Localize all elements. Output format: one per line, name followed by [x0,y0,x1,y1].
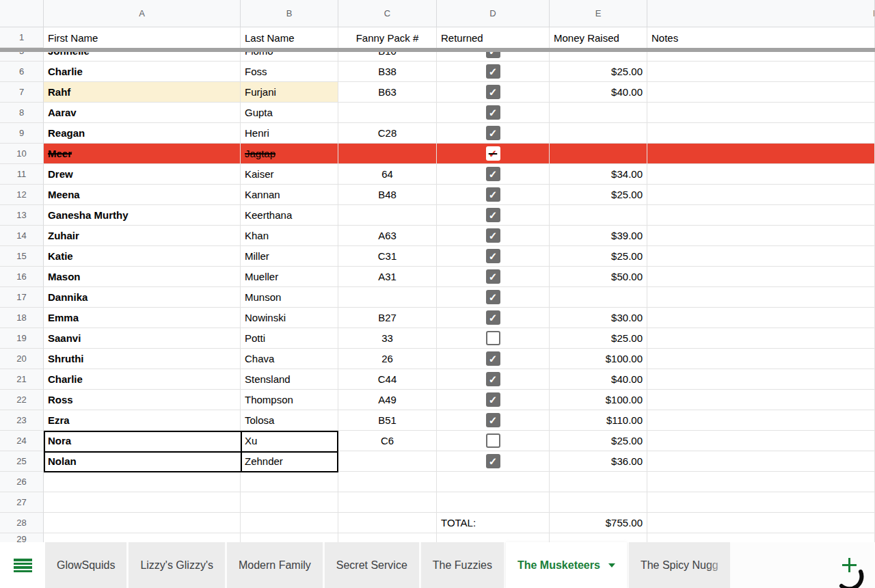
cell-notes[interactable] [647,52,875,62]
cell-last-name[interactable]: Mueller [241,267,338,287]
cell-money-raised[interactable] [550,103,647,123]
row-number[interactable]: 5 [0,52,44,62]
cell-fanny-pack[interactable]: 26 [338,349,437,369]
cell-returned[interactable]: ✓ [437,451,550,472]
cell-fanny-pack[interactable]: 33 [338,328,437,349]
cell-last-name[interactable] [241,513,338,533]
cell-first-name[interactable]: Charlie [44,369,241,390]
cell-money-raised[interactable] [550,123,647,144]
cell-notes[interactable] [647,164,875,185]
row-number[interactable]: 9 [0,123,44,144]
cell-money-raised[interactable] [550,492,647,513]
cell-notes[interactable] [647,246,875,267]
returned-checkbox[interactable]: ✓ [486,167,500,181]
cell-returned[interactable]: ✓ [437,308,550,328]
cell-notes[interactable] [647,287,875,308]
cell-first-name[interactable]: Nora [44,431,241,451]
cell-money-raised[interactable]: $25.00 [550,62,647,82]
cell-last-name[interactable]: Thompson [241,390,338,410]
cell-last-name[interactable] [241,472,338,492]
cell-money-raised[interactable]: $30.00 [550,308,647,328]
row-number[interactable]: 28 [0,513,44,533]
cell-last-name[interactable]: Flomo [241,52,338,62]
cell-first-name[interactable]: Katie [44,246,241,267]
sheet-tab[interactable]: Modern Family [227,542,323,588]
cell-money-raised[interactable]: $34.00 [550,164,647,185]
cell-b1[interactable]: Last Name [241,27,338,48]
cell-first-name[interactable]: Ezra [44,410,241,431]
row-number[interactable]: 21 [0,369,44,390]
cell-returned[interactable]: ✓ [437,267,550,287]
returned-checkbox[interactable]: ✓ [486,413,500,427]
cell-notes[interactable] [647,123,875,144]
row-number[interactable]: 24 [0,431,44,451]
row-number[interactable]: 29 [0,533,44,542]
cell-first-name[interactable]: Ross [44,390,241,410]
cell-notes[interactable] [647,513,875,533]
cell-first-name[interactable]: Dannika [44,287,241,308]
cell-fanny-pack[interactable]: C28 [338,123,437,144]
cell-c1[interactable]: Fanny Pack # [338,27,437,48]
cell-last-name[interactable]: Khan [241,226,338,246]
sheet-tab[interactable]: The Spicy Nugg [629,542,730,588]
cell-returned[interactable]: ✓ [437,62,550,82]
sheet-tab[interactable]: The Fuzzies [421,542,504,588]
cell-last-name[interactable]: Foss [241,62,338,82]
returned-checkbox[interactable]: ✓ [486,85,500,99]
cell-fanny-pack[interactable]: B48 [338,185,437,205]
sheet-tab[interactable]: Lizzy's Glizzy's [129,542,225,588]
cell-last-name[interactable]: Jagtap [241,144,338,164]
cell-first-name[interactable]: Ganesha Murthy [44,205,241,226]
row-number[interactable]: 6 [0,62,44,82]
cell-fanny-pack[interactable] [338,103,437,123]
cell-money-raised[interactable]: $40.00 [550,369,647,390]
cell-notes[interactable] [647,226,875,246]
cell-fanny-pack[interactable]: 64 [338,164,437,185]
cell-fanny-pack[interactable]: A49 [338,390,437,410]
cell-first-name[interactable]: Meena [44,185,241,205]
row-number[interactable]: 12 [0,185,44,205]
cell-money-raised[interactable]: $110.00 [550,410,647,431]
cell-fanny-pack[interactable]: C31 [338,246,437,267]
cell-returned[interactable]: ✓ [437,369,550,390]
cell-first-name[interactable]: Shruthi [44,349,241,369]
row-number[interactable]: 17 [0,287,44,308]
cell-first-name[interactable]: Zuhair [44,226,241,246]
returned-checkbox[interactable]: ✓ [486,105,500,120]
returned-checkbox[interactable]: ✓ [486,310,500,325]
cell-notes[interactable] [647,390,875,410]
cell-fanny-pack[interactable] [338,513,437,533]
column-header-c[interactable]: C [338,0,437,27]
cell-fanny-pack[interactable]: A31 [338,267,437,287]
cell-fanny-pack[interactable]: C6 [338,431,437,451]
row-number[interactable]: 19 [0,328,44,349]
cell-last-name[interactable]: Zehnder [241,451,338,472]
cell-money-raised[interactable] [550,533,647,542]
cell-returned[interactable]: ✓ [437,82,550,103]
cell-last-name[interactable]: Tolosa [241,410,338,431]
cell-fanny-pack[interactable] [338,287,437,308]
cell-notes[interactable] [647,369,875,390]
cell-first-name[interactable]: Emma [44,308,241,328]
cell-first-name[interactable]: Reagan [44,123,241,144]
cell-first-name[interactable]: Nolan [44,451,241,472]
cell-notes[interactable] [647,103,875,123]
cell-last-name[interactable]: Chava [241,349,338,369]
cell-notes[interactable] [647,267,875,287]
row-number[interactable]: 13 [0,205,44,226]
cell-money-raised[interactable] [550,52,647,62]
cell-fanny-pack[interactable]: B38 [338,62,437,82]
row-number[interactable]: 22 [0,390,44,410]
cell-money-raised[interactable]: $100.00 [550,390,647,410]
cell-notes[interactable] [647,451,875,472]
cell-last-name[interactable]: Miller [241,246,338,267]
cell-money-raised[interactable] [550,205,647,226]
cell-returned[interactable]: ✓ [437,103,550,123]
cell-money-raised[interactable]: $25.00 [550,246,647,267]
cell-a1[interactable]: First Name [44,27,241,48]
cell-first-name[interactable]: Aarav [44,103,241,123]
cell-first-name[interactable] [44,472,241,492]
cell-money-raised[interactable]: $100.00 [550,349,647,369]
cell-returned[interactable]: TOTAL: [437,513,550,533]
returned-checkbox[interactable]: ✓ [486,372,500,386]
